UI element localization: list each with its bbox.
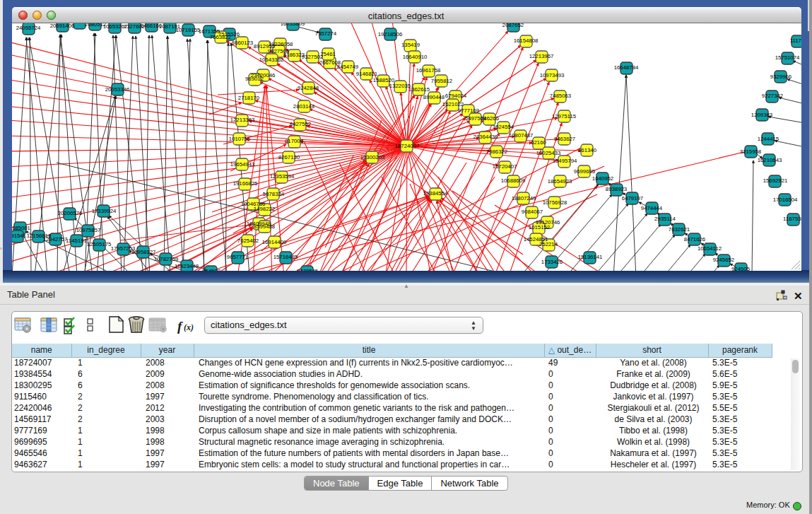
svg-text:9084067: 9084067 — [522, 209, 543, 215]
svg-text:1621022: 1621022 — [442, 101, 464, 107]
svg-text:19654943: 19654943 — [230, 161, 255, 168]
svg-text:1185001: 1185001 — [12, 225, 30, 231]
svg-text:1498222: 1498222 — [254, 206, 275, 212]
svg-text:16648784: 16648784 — [614, 64, 639, 71]
svg-text:1640952: 1640952 — [592, 175, 613, 182]
svg-text:9227342: 9227342 — [762, 93, 783, 99]
svg-text:7986322: 7986322 — [486, 148, 507, 155]
svg-text:12213967: 12213967 — [529, 53, 554, 59]
svg-text:8660123: 8660123 — [232, 40, 253, 46]
svg-text:1145191: 1145191 — [66, 238, 87, 244]
svg-text:1209383: 1209383 — [751, 112, 772, 118]
svg-text:3624554: 3624554 — [493, 124, 514, 130]
svg-text:9699695: 9699695 — [574, 168, 596, 175]
svg-text:8471626: 8471626 — [684, 236, 705, 243]
svg-text:391541: 391541 — [12, 233, 26, 239]
svg-text:8267130: 8267130 — [278, 154, 300, 160]
svg-text:252214: 252214 — [539, 241, 558, 247]
svg-text:15716485: 15716485 — [273, 254, 298, 260]
svg-text:18807249: 18807249 — [512, 195, 536, 201]
svg-text:12353594: 12353594 — [270, 173, 295, 180]
svg-text:6479197: 6479197 — [622, 195, 643, 201]
svg-text:24055724: 24055724 — [16, 25, 41, 31]
svg-text:1362615: 1362615 — [408, 86, 430, 93]
svg-text:8478545: 8478545 — [297, 268, 319, 271]
svg-text:9245652: 9245652 — [713, 257, 734, 263]
svg-text:1010755: 1010755 — [229, 136, 251, 142]
svg-text:924505: 924505 — [731, 266, 751, 271]
svg-text:18654923: 18654923 — [548, 178, 572, 185]
svg-text:12975115: 12975115 — [552, 113, 577, 119]
svg-text:21364436: 21364436 — [473, 134, 498, 140]
svg-text:9463627: 9463627 — [554, 136, 575, 142]
svg-text:10782759: 10782759 — [154, 256, 179, 262]
svg-text:19166825: 19166825 — [233, 180, 258, 187]
svg-text:9329966: 9329966 — [770, 74, 792, 80]
svg-text:15692921: 15692921 — [763, 177, 788, 184]
svg-text:7663822: 7663822 — [210, 34, 231, 40]
svg-text:1733426: 1733426 — [541, 259, 563, 265]
svg-text:16154808: 16154808 — [514, 37, 539, 44]
svg-text:161340: 161340 — [578, 147, 597, 153]
svg-text:12213363: 12213363 — [230, 117, 255, 123]
svg-text:954502: 954502 — [202, 268, 220, 271]
svg-text:1244415: 1244415 — [758, 136, 779, 142]
svg-text:18226058: 18226058 — [269, 41, 293, 47]
svg-text:20691406: 20691406 — [50, 23, 75, 29]
svg-text:15720407: 15720407 — [493, 163, 517, 170]
svg-text:11423448: 11423448 — [175, 263, 199, 269]
svg-text:989012: 989012 — [245, 76, 264, 82]
svg-text:9657771: 9657771 — [227, 254, 248, 260]
svg-text:5878334: 5878334 — [263, 191, 285, 197]
svg-text:18724007: 18724007 — [395, 143, 420, 149]
svg-text:16033809: 16033809 — [281, 23, 305, 27]
svg-text:15751074: 15751074 — [775, 54, 800, 61]
svg-text:10688609: 10688609 — [501, 177, 526, 184]
svg-text:2803144: 2803144 — [293, 103, 315, 110]
svg-text:7485063: 7485063 — [550, 93, 571, 99]
svg-text:3215958: 3215958 — [740, 148, 761, 155]
svg-text:20053346: 20053346 — [105, 86, 130, 93]
svg-text:7632621: 7632621 — [669, 226, 690, 233]
svg-text:746266: 746266 — [481, 115, 499, 122]
svg-text:10807487: 10807487 — [509, 132, 534, 139]
svg-text:62160: 62160 — [531, 139, 546, 146]
svg-text:19218506: 19218506 — [378, 31, 403, 37]
svg-text:6794024: 6794024 — [445, 93, 467, 99]
svg-text:10958127: 10958127 — [131, 249, 156, 255]
svg-text:7955812: 7955812 — [431, 78, 452, 84]
svg-text:17339924: 17339924 — [92, 208, 117, 214]
svg-text:16961758: 16961758 — [416, 67, 441, 74]
svg-text:11172: 11172 — [790, 37, 801, 44]
svg-text:9146821: 9146821 — [356, 71, 377, 77]
svg-text:10025433: 10025433 — [536, 150, 561, 156]
svg-text:9474444: 9474444 — [641, 205, 663, 211]
svg-text:8427552: 8427552 — [290, 121, 311, 127]
svg-text:10543362: 10543362 — [259, 57, 284, 63]
svg-text:16640910: 16640910 — [403, 54, 428, 60]
svg-text:15136141: 15136141 — [578, 254, 603, 260]
svg-text:16210643: 16210643 — [758, 157, 782, 163]
svg-text:817006: 817006 — [285, 138, 303, 144]
svg-text:2718170: 2718170 — [238, 95, 260, 101]
svg-text:12505175: 12505175 — [87, 241, 112, 247]
svg-text:8599488: 8599488 — [254, 223, 275, 230]
svg-text:1015152: 1015152 — [529, 224, 550, 230]
svg-text:9777169: 9777169 — [458, 107, 479, 114]
svg-text:12942757: 12942757 — [43, 236, 68, 243]
svg-text:7357274: 7357274 — [315, 30, 337, 37]
svg-text:8938923: 8938923 — [606, 186, 627, 192]
svg-text:f: f — [177, 319, 183, 334]
svg-text:10719155: 10719155 — [176, 27, 201, 33]
svg-text:135419: 135419 — [401, 42, 420, 48]
svg-text:16914409: 16914409 — [262, 239, 287, 245]
svg-text:7625402: 7625402 — [237, 238, 259, 244]
svg-text:1167534: 1167534 — [783, 216, 801, 222]
svg-text:8990448: 8990448 — [423, 94, 445, 100]
svg-text:13495794: 13495794 — [553, 158, 577, 164]
svg-text:10756928: 10756928 — [543, 199, 567, 206]
svg-text:2087652: 2087652 — [502, 23, 524, 28]
svg-text:17016504: 17016504 — [773, 197, 798, 203]
svg-text:2935114: 2935114 — [654, 216, 676, 222]
svg-text:20206576: 20206576 — [58, 210, 83, 216]
